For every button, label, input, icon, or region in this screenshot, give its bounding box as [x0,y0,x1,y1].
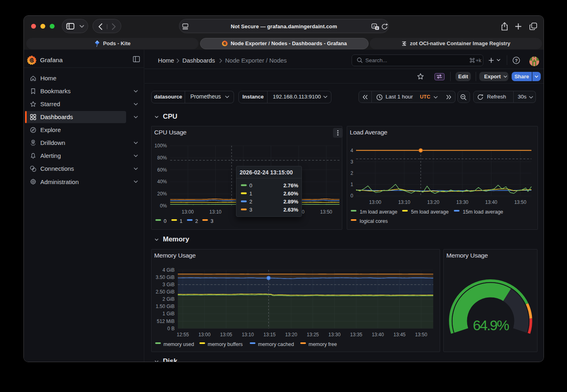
svg-text:2: 2 [249,199,252,205]
svg-text:13:25: 13:25 [307,332,319,337]
svg-text:13:40: 13:40 [372,332,384,337]
svg-text:memory cached: memory cached [258,342,294,347]
svg-text:1m load average: 1m load average [360,209,397,215]
svg-text:13:15: 13:15 [263,332,276,337]
svg-text:13:50: 13:50 [514,199,526,205]
svg-text:3 GiB: 3 GiB [162,282,175,287]
svg-text:13:10: 13:10 [209,209,221,215]
svg-text:3.50 GiB: 3.50 GiB [156,275,175,280]
svg-text:2.76%: 2.76% [283,182,298,189]
svg-text:100%: 100% [154,143,167,149]
svg-text:?: ? [515,58,518,63]
svg-text:13:40: 13:40 [485,199,497,205]
svg-text:13:20: 13:20 [427,199,439,205]
svg-text:2.60%: 2.60% [283,191,298,197]
svg-text:3: 3 [249,207,252,213]
svg-text:0: 0 [249,182,252,189]
svg-text:13:00: 13:00 [369,199,381,205]
svg-text:5m load average: 5m load average [411,209,449,215]
svg-text:13:00: 13:00 [181,209,194,215]
svg-text:13:05: 13:05 [220,332,232,337]
svg-text:0%: 0% [160,203,167,209]
svg-text:13:30: 13:30 [329,332,341,337]
svg-text:40%: 40% [157,179,167,184]
svg-text:logical cores: logical cores [360,218,388,224]
svg-text:13:50: 13:50 [320,209,332,215]
svg-text:512 MiB: 512 MiB [157,319,175,324]
svg-text:2.89%: 2.89% [283,199,298,205]
svg-text:4: 4 [350,148,353,153]
svg-text:3: 3 [211,218,213,224]
svg-text:2: 2 [350,170,353,176]
svg-text:3: 3 [350,159,353,165]
svg-text:0: 0 [350,193,353,199]
svg-text:2.50 GiB: 2.50 GiB [156,289,175,295]
svg-text:60%: 60% [157,167,167,173]
svg-text:13:10: 13:10 [398,199,410,205]
svg-text:13:30: 13:30 [456,199,468,205]
svg-text:2 GiB: 2 GiB [162,296,175,302]
svg-text:1: 1 [249,191,252,197]
svg-text:13:45: 13:45 [393,332,405,337]
svg-text:1: 1 [180,218,183,224]
svg-text:64.9%: 64.9% [473,317,509,333]
svg-text:13:50: 13:50 [415,332,427,337]
svg-text:15m load average: 15m load average [463,209,503,215]
svg-text:20%: 20% [157,191,167,197]
svg-text:2: 2 [195,218,198,224]
svg-text:13:35: 13:35 [350,332,362,337]
svg-text:2.63%: 2.63% [283,207,298,213]
svg-text:12:55: 12:55 [177,332,189,337]
svg-text:4 GiB: 4 GiB [162,267,175,273]
svg-text:memory buffers: memory buffers [208,342,243,347]
svg-text:80%: 80% [157,155,167,161]
svg-text:13:10: 13:10 [242,332,254,337]
svg-text:x: x [376,26,378,30]
svg-text:13:00: 13:00 [198,332,211,337]
svg-text:1: 1 [350,182,353,187]
svg-text:memory used: memory used [164,342,194,347]
svg-text:0: 0 [164,218,167,224]
svg-text:0 B: 0 B [167,326,175,331]
svg-text:1.50 GiB: 1.50 GiB [156,304,175,309]
svg-text:1 GiB: 1 GiB [162,311,175,317]
svg-text:13:20: 13:20 [285,332,297,337]
svg-text:memory free: memory free [309,342,337,347]
